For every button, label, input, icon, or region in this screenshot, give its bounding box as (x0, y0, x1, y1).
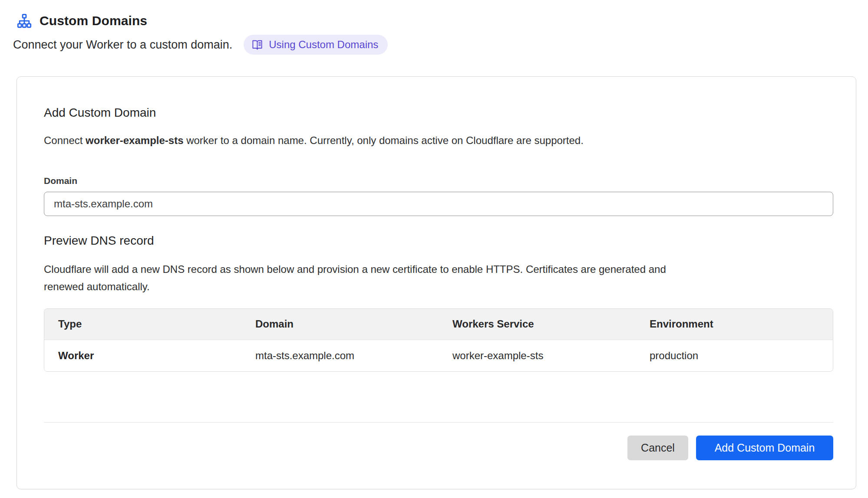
docs-link-badge[interactable]: Using Custom Domains (244, 35, 388, 55)
page-subtitle: Connect your Worker to a custom domain. (13, 38, 232, 52)
domain-label: Domain (44, 176, 833, 186)
card-heading: Add Custom Domain (44, 106, 833, 120)
add-custom-domain-button[interactable]: Add Custom Domain (696, 436, 833, 460)
add-custom-domain-card: Add Custom Domain Connect worker-example… (17, 76, 856, 489)
preview-dns-description: Cloudflare will add a new DNS record as … (44, 261, 673, 295)
card-description: Connect worker-example-sts worker to a d… (44, 133, 833, 148)
sitemap-icon (17, 13, 32, 29)
table-row: Worker mta-sts.example.com worker-exampl… (44, 340, 833, 371)
docs-badge-label: Using Custom Domains (269, 39, 378, 51)
page-title: Custom Domains (40, 13, 147, 28)
column-header-domain: Domain (241, 309, 439, 340)
cell-type: Worker (44, 340, 241, 371)
worker-name: worker-example-sts (86, 134, 183, 146)
page-header: Custom Domains Connect your Worker to a … (13, 13, 856, 55)
open-book-icon (251, 39, 263, 51)
cell-environment: production (636, 340, 833, 371)
page-title-row: Custom Domains (17, 13, 856, 29)
column-header-type: Type (44, 309, 241, 340)
cancel-button[interactable]: Cancel (627, 436, 688, 460)
column-header-environment: Environment (636, 309, 833, 340)
domain-input[interactable] (44, 192, 833, 216)
cell-domain: mta-sts.example.com (241, 340, 439, 371)
description-prefix: Connect (44, 134, 86, 146)
description-suffix: worker to a domain name. Currently, only… (184, 134, 584, 146)
page-subtitle-row: Connect your Worker to a custom domain. … (13, 35, 856, 55)
preview-dns-heading: Preview DNS record (44, 234, 833, 248)
cell-workers-service: worker-example-sts (439, 340, 636, 371)
column-header-workers-service: Workers Service (439, 309, 636, 340)
footer-divider (44, 422, 833, 423)
dns-preview-table: Type Domain Workers Service Environment … (44, 308, 833, 372)
footer-actions: Cancel Add Custom Domain (44, 436, 833, 460)
table-header-row: Type Domain Workers Service Environment (44, 309, 833, 340)
